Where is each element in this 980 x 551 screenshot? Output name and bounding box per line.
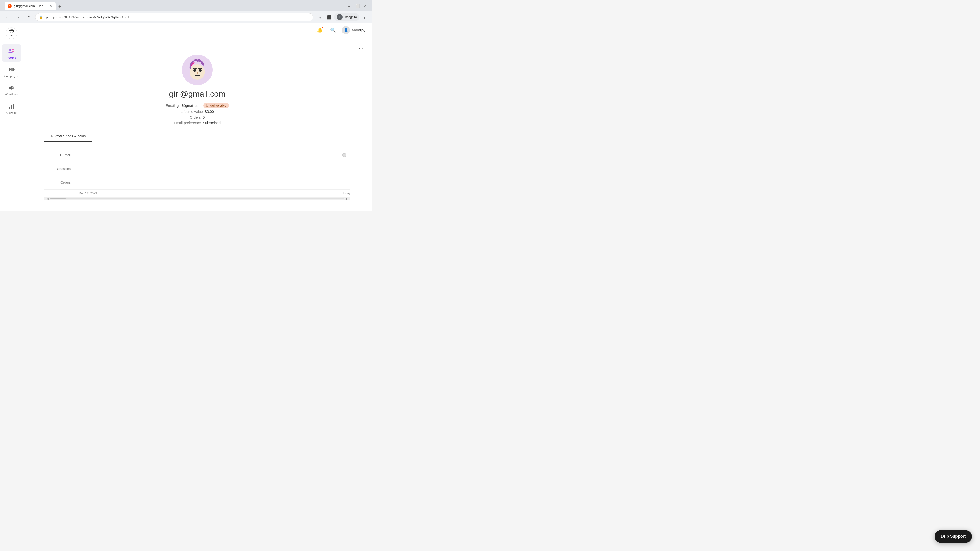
svg-point-14 xyxy=(199,69,202,72)
drip-logo-icon xyxy=(5,27,18,39)
browser-chrome: D girl@gmail.com · Drip ✕ + ⌄ ⬜ ✕ ← → ↻ … xyxy=(0,0,372,23)
scrollbar-track xyxy=(50,198,344,200)
address-bar[interactable]: 🔒 getdrip.com/7641396/subscribers/xi2otg… xyxy=(35,13,313,21)
sidebar-item-people[interactable]: People xyxy=(2,44,21,62)
scrollbar-thumb[interactable] xyxy=(50,198,65,200)
people-icon xyxy=(7,47,16,55)
svg-point-17 xyxy=(197,72,198,74)
drip-logo[interactable] xyxy=(5,27,18,39)
email-preference-value: Subscribed xyxy=(203,121,221,125)
email-activity-dot xyxy=(342,153,346,157)
orders-label: Orders xyxy=(190,115,201,119)
sidebar-item-analytics[interactable]: Analytics xyxy=(2,100,21,117)
sidebar-workflows-label: Workflows xyxy=(5,93,18,96)
orders-value: 0 xyxy=(203,115,205,119)
activity-row-email: 1 Email xyxy=(44,148,350,162)
svg-point-5 xyxy=(12,49,14,50)
window-controls: ⌄ ⬜ ✕ xyxy=(345,2,369,10)
url-text: getdrip.com/7641396/subscribers/xi2otg02… xyxy=(45,15,129,19)
sidebar-campaigns-label: Campaigns xyxy=(4,75,19,78)
active-tab[interactable]: D girl@gmail.com · Drip ✕ xyxy=(5,2,56,11)
horizontal-scrollbar[interactable]: ◀ ▶ xyxy=(44,197,350,200)
subscriber-details: Email girl@gmail.com Undeliverable Lifet… xyxy=(165,103,229,125)
tab-favicon: D xyxy=(8,4,12,8)
close-button[interactable]: ✕ xyxy=(362,2,369,10)
email-row-label: 1 Email xyxy=(44,153,75,157)
tab-label: ✎ Profile, tags & fields xyxy=(50,134,86,138)
main-content: 🔔 🔍 👤 Moodjoy ··· xyxy=(23,23,372,211)
profile-content: ··· xyxy=(23,37,372,211)
activity-row-orders: Orders xyxy=(44,176,350,189)
profile-tabs: ✎ Profile, tags & fields xyxy=(44,131,350,142)
maximize-button[interactable]: ⬜ xyxy=(354,2,361,10)
lifetime-value: $0.00 xyxy=(205,110,214,114)
forward-button[interactable]: → xyxy=(14,13,22,21)
back-button[interactable]: ← xyxy=(3,13,11,21)
lifetime-value-row: Lifetime value $0.00 xyxy=(181,110,213,114)
sidebar-item-campaigns[interactable]: Campaigns xyxy=(2,63,21,80)
email-preference-row: Email preference Subscribed xyxy=(174,121,221,125)
svg-point-15 xyxy=(195,70,196,70)
tab-profile-tags-fields[interactable]: ✎ Profile, tags & fields xyxy=(44,131,92,142)
activity-row-sessions: Sessions xyxy=(44,162,350,176)
email-detail-row: Email girl@gmail.com Undeliverable xyxy=(165,103,229,108)
email-label: Email xyxy=(165,103,175,108)
analytics-icon xyxy=(7,102,16,110)
app-header: 🔔 🔍 👤 Moodjoy xyxy=(23,23,372,37)
workflows-icon xyxy=(7,84,16,92)
more-options-button[interactable]: ··· xyxy=(356,43,366,52)
tab-close-button[interactable]: ✕ xyxy=(48,4,52,8)
new-tab-button[interactable]: + xyxy=(56,3,63,11)
user-avatar: 👤 xyxy=(342,26,350,34)
minimize-button[interactable]: ⌄ xyxy=(345,2,353,10)
tab-title: girl@gmail.com · Drip xyxy=(14,4,43,8)
svg-rect-7 xyxy=(9,106,10,109)
sidebar: People Campaigns xyxy=(0,23,23,211)
svg-rect-8 xyxy=(11,105,12,109)
search-button[interactable]: 🔍 xyxy=(328,25,338,35)
svg-point-16 xyxy=(200,70,201,70)
svg-point-4 xyxy=(10,49,11,51)
orders-row-label: Orders xyxy=(44,181,75,184)
sidebar-people-label: People xyxy=(6,56,16,59)
app-container: People Campaigns xyxy=(0,23,372,211)
email-value: girl@gmail.com xyxy=(177,103,201,108)
activity-rows: 1 Email Sessions xyxy=(44,148,350,189)
svg-point-3 xyxy=(12,32,13,33)
bookmark-button[interactable]: ☆ xyxy=(316,13,324,21)
status-badge: Undeliverable xyxy=(204,103,229,108)
orders-row: Orders 0 xyxy=(190,115,205,119)
user-name: Moodjoy xyxy=(352,28,366,32)
chart-dates: Dec 12, 2023 Today xyxy=(44,189,350,197)
incognito-label: Incognito xyxy=(344,15,357,19)
email-preference-label: Email preference xyxy=(174,121,201,125)
browser-titlebar: D girl@gmail.com · Drip ✕ + ⌄ ⬜ ✕ xyxy=(0,0,372,11)
sessions-row-chart xyxy=(75,162,350,176)
cast-button[interactable]: ⬛ xyxy=(325,13,333,21)
date-start: Dec 12, 2023 xyxy=(79,192,97,195)
activity-section: 1 Email Sessions xyxy=(44,148,350,200)
sessions-row-label: Sessions xyxy=(44,167,75,171)
notifications-button[interactable]: 🔔 xyxy=(315,25,325,35)
subscriber-avatar xyxy=(182,55,213,85)
browser-tabs: D girl@gmail.com · Drip ✕ + xyxy=(3,1,65,11)
search-icon: 🔍 xyxy=(330,27,336,33)
scroll-left-button[interactable]: ◀ xyxy=(45,196,50,201)
profile-button[interactable]: I Incognito xyxy=(334,13,360,21)
menu-button[interactable]: ⋮ xyxy=(360,13,369,21)
svg-point-13 xyxy=(193,69,196,72)
email-row-chart xyxy=(75,148,350,162)
user-menu[interactable]: 👤 Moodjoy xyxy=(342,26,366,34)
notification-dot xyxy=(321,27,323,29)
lock-icon: 🔒 xyxy=(39,15,43,19)
sidebar-analytics-label: Analytics xyxy=(6,111,17,114)
reload-button[interactable]: ↻ xyxy=(24,13,33,21)
svg-rect-9 xyxy=(13,104,14,109)
lifetime-value-label: Lifetime value xyxy=(181,110,203,114)
profile-icon: I xyxy=(337,14,343,20)
svg-point-2 xyxy=(10,32,11,33)
orders-row-chart xyxy=(75,176,350,189)
sidebar-item-workflows[interactable]: Workflows xyxy=(2,81,21,98)
campaigns-icon xyxy=(7,65,16,73)
scroll-right-button[interactable]: ▶ xyxy=(344,196,349,201)
